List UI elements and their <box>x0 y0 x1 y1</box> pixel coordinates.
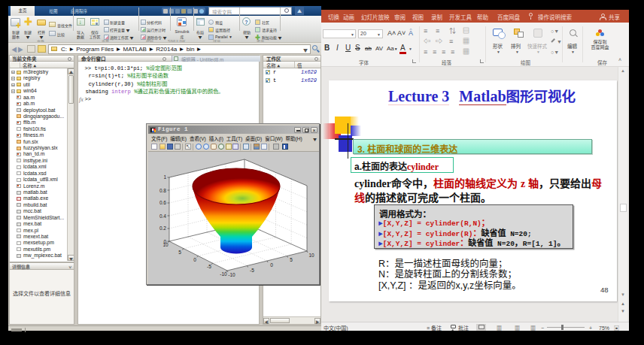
svg-text:5: 5 <box>178 250 181 255</box>
svg-text:-5: -5 <box>207 264 211 269</box>
svg-text:-5: -5 <box>250 268 254 273</box>
svg-text:0.8: 0.8 <box>159 188 166 193</box>
svg-text:10: 10 <box>163 242 169 247</box>
svg-text:1: 1 <box>163 174 166 180</box>
svg-text:0.2: 0.2 <box>159 225 166 231</box>
svg-text:10: 10 <box>308 253 314 258</box>
svg-text:0.6: 0.6 <box>159 200 166 205</box>
svg-text:-10: -10 <box>228 272 235 277</box>
svg-text:0: 0 <box>270 262 273 268</box>
svg-text:0.4: 0.4 <box>159 213 166 219</box>
svg-text:0: 0 <box>193 257 196 262</box>
svg-text:-10: -10 <box>220 271 227 277</box>
svg-text:5: 5 <box>290 257 293 262</box>
